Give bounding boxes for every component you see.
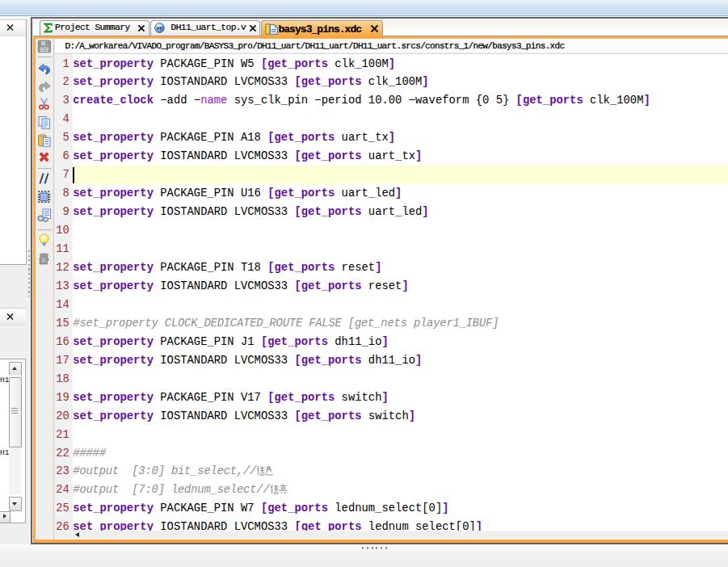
svg-text:ve: ve: [156, 24, 162, 32]
